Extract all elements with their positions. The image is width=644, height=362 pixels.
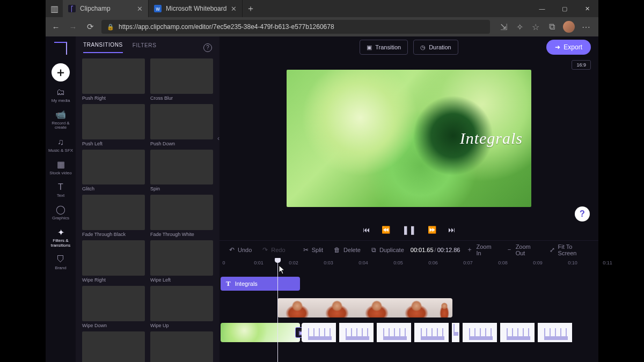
transition-fade-through-black[interactable]: Fade Through Black: [82, 195, 145, 237]
reader-icon[interactable]: ✧: [515, 22, 524, 32]
ruler-tick: 0:07: [463, 260, 473, 265]
nav-back-button[interactable]: ←: [50, 23, 62, 32]
rail-record-create[interactable]: 📹Record & create: [46, 109, 76, 131]
duplicate-button[interactable]: ⧉Duplicate: [367, 243, 408, 256]
minus-icon: －: [506, 245, 513, 254]
transition-fade-through-white[interactable]: Fade Through White: [150, 195, 213, 237]
video-clip-person[interactable]: [277, 298, 452, 317]
transition-cross-blur[interactable]: Cross Blur: [150, 58, 213, 101]
address-bar[interactable]: 🔒 https://app.clipchamp.com/editor/7ec5e…: [101, 20, 490, 34]
ruler-tick: 0:04: [358, 260, 368, 265]
window-titlebar: ▥ ⎡ Clipchamp ✕ w Microsoft Whiteboard ✕…: [46, 0, 598, 17]
export-button[interactable]: ➜Export: [546, 40, 591, 55]
transition-label: Wipe Left: [150, 277, 213, 283]
url-text: https://app.clipchamp.com/editor/7ec5e23…: [119, 23, 334, 31]
transition-glitch[interactable]: Glitch: [82, 150, 145, 192]
ruler-tick: 0:01: [254, 260, 264, 265]
collections-icon[interactable]: ⧉: [547, 22, 557, 32]
profile-avatar[interactable]: [563, 21, 575, 33]
rail-brand[interactable]: ⛉Brand: [46, 254, 76, 271]
delete-button[interactable]: 🗑Delete: [330, 243, 365, 256]
timeline-timecode: 00:01.65/00:12.86: [411, 247, 460, 253]
transition-wipe-down[interactable]: Wipe Down: [82, 286, 145, 328]
ruler-tick: 0:03: [324, 260, 333, 265]
transition-label: Wipe Up: [150, 323, 213, 328]
favorite-icon[interactable]: ☆: [531, 22, 540, 32]
track-video-2[interactable]: ▣: [219, 323, 598, 342]
video-clip-intro[interactable]: [221, 323, 300, 342]
panel-help-icon[interactable]: ?: [203, 43, 212, 52]
transition-wipe-right[interactable]: Wipe Right: [82, 240, 145, 283]
forward-button[interactable]: ⏩: [428, 226, 436, 234]
zoom-out-button[interactable]: －Zoom Out: [502, 243, 543, 256]
rail-music-sfx[interactable]: ♫Music & SFX: [46, 137, 76, 154]
folder-icon: 🗂: [56, 88, 65, 97]
fit-to-screen-button[interactable]: ⤢Fit To Screen: [545, 243, 593, 256]
transition-label: Cross Blur: [150, 95, 213, 101]
preview-canvas[interactable]: Integrals: [287, 70, 531, 207]
undo-button[interactable]: ↶Undo: [225, 243, 256, 256]
transition-thumb-icon: [82, 104, 145, 139]
open-external-icon[interactable]: ⇲: [499, 22, 508, 32]
music-icon: ♫: [57, 138, 64, 147]
transition-glitch-reveal[interactable]: Glitch Reveal: [82, 331, 145, 362]
browser-tab-whiteboard[interactable]: w Microsoft Whiteboard ✕: [149, 0, 243, 17]
text-clip-integrals[interactable]: T Integrals: [221, 277, 300, 291]
transition-wipe-up[interactable]: Wipe Up: [150, 286, 213, 328]
rewind-button[interactable]: ⏪: [382, 226, 390, 234]
window-maximize-button[interactable]: ▢: [553, 0, 576, 17]
duration-settings-button[interactable]: ◷Duration: [413, 40, 458, 55]
transition-thumb-icon: [150, 240, 213, 276]
rail-filters-transitions[interactable]: ✦Filters & transitions: [46, 227, 76, 249]
transition-spin[interactable]: Spin: [150, 150, 213, 192]
transition-thumb-icon: [82, 240, 145, 276]
clipchamp-logo-icon[interactable]: [54, 42, 67, 55]
window-minimize-button[interactable]: —: [531, 0, 553, 17]
video-clip-slides[interactable]: [302, 323, 596, 342]
window-close-button[interactable]: ✕: [576, 0, 598, 17]
text-icon: T: [226, 279, 231, 288]
collapse-panel-button[interactable]: ‹: [216, 131, 221, 145]
nav-reload-button[interactable]: ⟳: [84, 22, 96, 32]
transition-label: Glitch: [82, 186, 145, 191]
transition-push-down[interactable]: Push Down: [150, 104, 213, 146]
pause-button[interactable]: ❚❚: [402, 225, 416, 235]
transition-thumb-icon: [150, 286, 213, 321]
rail-my-media[interactable]: 🗂My media: [46, 87, 76, 104]
menu-icon[interactable]: ⋯: [581, 22, 591, 32]
film-icon: ▦: [57, 160, 65, 169]
transition-settings-button[interactable]: ▣Transition: [360, 40, 408, 55]
add-media-button[interactable]: ＋: [52, 63, 70, 82]
track-text[interactable]: T Integrals: [219, 277, 598, 293]
skip-start-button[interactable]: ⏮: [363, 226, 370, 234]
transition-label: Fade Through White: [150, 232, 213, 237]
browser-tab-clipchamp[interactable]: ⎡ Clipchamp ✕: [63, 0, 149, 17]
transition-label: Spin: [150, 186, 213, 191]
zoom-in-button[interactable]: ＋Zoom In: [462, 243, 499, 256]
tab-transitions[interactable]: TRANSITIONS: [83, 42, 123, 53]
redo-button[interactable]: ↷Redo: [258, 243, 289, 256]
transition-push-right[interactable]: Push Right: [82, 58, 145, 101]
close-icon[interactable]: ✕: [231, 5, 237, 13]
transition-tiles[interactable]: Tiles: [150, 331, 213, 362]
transition-label: Push Left: [82, 141, 145, 146]
transition-wipe-left[interactable]: Wipe Left: [150, 240, 213, 283]
tab-overview-icon[interactable]: ▥: [46, 0, 63, 17]
rail-graphics[interactable]: ◯Graphics: [46, 204, 76, 221]
rail-stock-video[interactable]: ▦Stock video: [46, 159, 76, 176]
close-icon[interactable]: ✕: [137, 5, 143, 13]
split-button[interactable]: ✂Split: [299, 243, 327, 256]
lock-icon: 🔒: [107, 24, 114, 31]
track-video-1[interactable]: [219, 298, 598, 317]
tab-filters[interactable]: FILTERS: [133, 42, 157, 53]
transition-label: Wipe Right: [82, 277, 145, 283]
skip-end-button[interactable]: ⏭: [448, 226, 455, 234]
help-fab-button[interactable]: ?: [575, 206, 590, 221]
timeline-tracks[interactable]: T Integrals ▣: [219, 270, 598, 362]
trash-icon: 🗑: [334, 246, 340, 254]
nav-forward-button[interactable]: →: [67, 23, 79, 32]
transition-push-left[interactable]: Push Left: [82, 104, 145, 146]
rail-text[interactable]: TText: [46, 182, 76, 199]
new-tab-button[interactable]: ＋: [243, 0, 259, 17]
playhead-line[interactable]: [277, 258, 278, 362]
